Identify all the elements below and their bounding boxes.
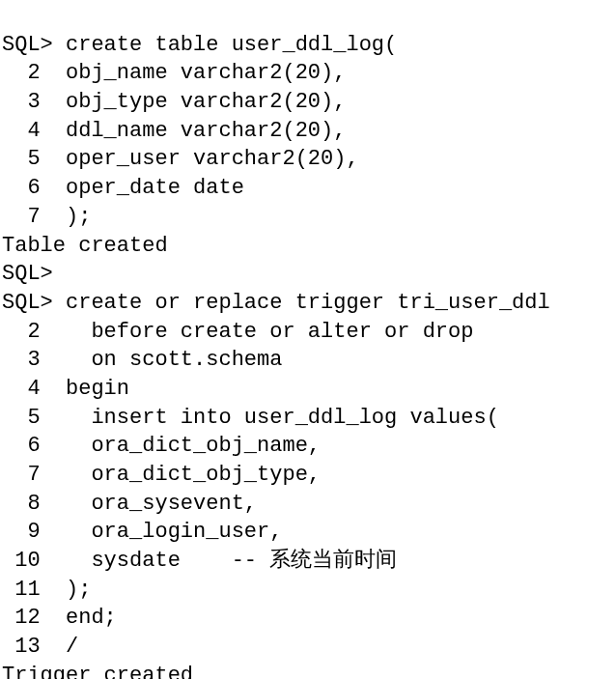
terminal-line: 4 ddl_name varchar2(20), <box>2 117 616 146</box>
terminal-line: SQL> <box>2 260 616 289</box>
terminal-line: 10 sysdate -- 系统当前时间 <box>2 547 616 576</box>
terminal-line: 3 on scott.schema <box>2 346 616 375</box>
terminal-line: 6 oper_date date <box>2 174 616 203</box>
terminal-line: 9 ora_login_user, <box>2 518 616 547</box>
terminal-line: Table created <box>2 232 616 261</box>
terminal-line: SQL> create or replace trigger tri_user_… <box>2 289 616 318</box>
terminal-line: 4 begin <box>2 375 616 404</box>
terminal-line: 6 ora_dict_obj_name, <box>2 432 616 461</box>
terminal-line: SQL> create table user_ddl_log( <box>2 31 616 60</box>
terminal-line: 5 oper_user varchar2(20), <box>2 145 616 174</box>
terminal-line: 11 ); <box>2 576 616 605</box>
terminal-line: 2 before create or alter or drop <box>2 318 616 347</box>
terminal-line: 8 ora_sysevent, <box>2 490 616 519</box>
terminal-line: 13 / <box>2 633 616 662</box>
terminal-line: 3 obj_type varchar2(20), <box>2 88 616 117</box>
terminal-line: 5 insert into user_ddl_log values( <box>2 404 616 433</box>
terminal-line: 12 end; <box>2 604 616 633</box>
terminal-line: 2 obj_name varchar2(20), <box>2 59 616 88</box>
terminal-line: 7 ); <box>2 203 616 232</box>
terminal-line: 7 ora_dict_obj_type, <box>2 461 616 490</box>
terminal-line: Trigger created <box>2 662 616 679</box>
